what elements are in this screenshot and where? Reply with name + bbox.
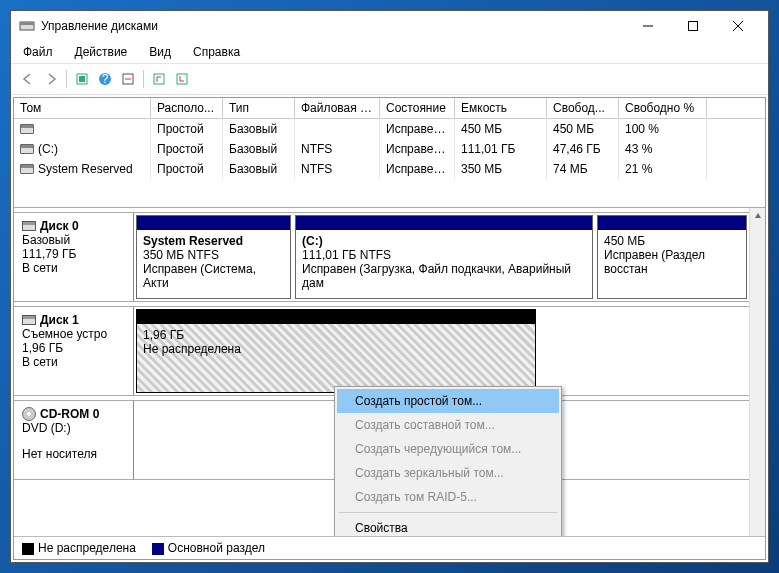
volume-free: 47,46 ГБ bbox=[547, 139, 619, 159]
volume-header: Том Располо... Тип Файловая с... Состоян… bbox=[14, 98, 765, 119]
svg-text:?: ? bbox=[102, 72, 109, 86]
svg-rect-12 bbox=[177, 74, 187, 84]
volume-layout: Простой bbox=[151, 119, 223, 139]
volume-status: Исправен... bbox=[380, 119, 455, 139]
cdrom-status: Нет носителя bbox=[22, 447, 125, 461]
view-bottom-button[interactable] bbox=[171, 68, 193, 90]
app-icon bbox=[19, 18, 35, 34]
volume-row[interactable]: System Reserved Простой Базовый NTFS Исп… bbox=[14, 159, 765, 179]
partition-status: Исправен (Загрузка, Файл подкачки, Авари… bbox=[302, 262, 586, 290]
menu-file[interactable]: Файл bbox=[19, 43, 57, 61]
volume-status: Исправен... bbox=[380, 159, 455, 179]
partition-info: 350 МБ NTFS bbox=[143, 248, 284, 262]
disk-management-window: Управление дисками Файл Действие Вид Спр… bbox=[10, 10, 769, 563]
titlebar[interactable]: Управление дисками bbox=[11, 11, 768, 41]
disk-1-type: Съемное устро bbox=[22, 327, 125, 341]
disk-graphical-view: Диск 0 Базовый 111,79 ГБ В сети System R… bbox=[14, 208, 765, 536]
view-top-button[interactable] bbox=[148, 68, 170, 90]
volume-free: 450 МБ bbox=[547, 119, 619, 139]
disk-1-row[interactable]: Диск 1 Съемное устро 1,96 ГБ В сети 1,96… bbox=[14, 306, 749, 396]
help-icon[interactable]: ? bbox=[94, 68, 116, 90]
col-layout[interactable]: Располо... bbox=[151, 98, 223, 118]
volume-freepct: 21 % bbox=[619, 159, 707, 179]
forward-button[interactable] bbox=[40, 68, 62, 90]
disk-0-type: Базовый bbox=[22, 233, 125, 247]
legend: Не распределена Основной раздел bbox=[14, 536, 765, 559]
volume-name: System Reserved bbox=[38, 162, 133, 176]
volume-name: (C:) bbox=[38, 142, 58, 156]
cdrom-title: CD-ROM 0 bbox=[40, 407, 99, 421]
volume-row[interactable]: Простой Базовый Исправен... 450 МБ 450 М… bbox=[14, 119, 765, 139]
legend-unallocated: Не распределена bbox=[22, 541, 136, 555]
volume-layout: Простой bbox=[151, 139, 223, 159]
cdrom-info: CD-ROM 0 DVD (D:) Нет носителя bbox=[14, 401, 134, 479]
partition-info: 111,01 ГБ NTFS bbox=[302, 248, 586, 262]
volume-type: Базовый bbox=[223, 139, 295, 159]
menu-view[interactable]: Вид bbox=[145, 43, 175, 61]
partition-status: Не распределена bbox=[143, 342, 529, 356]
partition-title: (C:) bbox=[302, 234, 586, 248]
ctx-create-striped-volume: Создать чередующийся том... bbox=[337, 437, 559, 461]
disk-0-status: В сети bbox=[22, 261, 125, 275]
volume-icon bbox=[20, 164, 34, 174]
menu-help[interactable]: Справка bbox=[189, 43, 244, 61]
scroll-up-icon[interactable] bbox=[750, 208, 765, 224]
partition-unallocated[interactable]: 1,96 ГБ Не распределена bbox=[136, 309, 536, 393]
partition-info: 450 МБ bbox=[604, 234, 740, 248]
volume-type: Базовый bbox=[223, 119, 295, 139]
partition-info: 1,96 ГБ bbox=[143, 328, 529, 342]
partition-title: System Reserved bbox=[143, 234, 284, 248]
disk-0-title: Диск 0 bbox=[40, 219, 79, 233]
maximize-button[interactable] bbox=[670, 12, 715, 40]
partition-status: Исправен (Раздел восстан bbox=[604, 248, 740, 276]
col-type[interactable]: Тип bbox=[223, 98, 295, 118]
ctx-create-mirrored-volume: Создать зеркальный том... bbox=[337, 461, 559, 485]
volume-fs: NTFS bbox=[295, 139, 380, 159]
minimize-button[interactable] bbox=[625, 12, 670, 40]
volume-freepct: 100 % bbox=[619, 119, 707, 139]
volume-icon bbox=[20, 144, 34, 154]
context-menu: Создать простой том... Создать составной… bbox=[334, 386, 562, 536]
cd-icon bbox=[22, 407, 36, 421]
legend-primary: Основной раздел bbox=[152, 541, 265, 555]
disk-1-size: 1,96 ГБ bbox=[22, 341, 125, 355]
volume-icon bbox=[20, 124, 34, 134]
col-filesystem[interactable]: Файловая с... bbox=[295, 98, 380, 118]
action-button[interactable] bbox=[117, 68, 139, 90]
svg-rect-3 bbox=[688, 22, 697, 31]
window-title: Управление дисками bbox=[41, 19, 625, 33]
disk-icon bbox=[22, 221, 36, 231]
svg-rect-11 bbox=[154, 74, 164, 84]
disk-1-status: В сети bbox=[22, 355, 125, 369]
col-freepct[interactable]: Свободно % bbox=[619, 98, 707, 118]
volume-fs bbox=[295, 119, 380, 139]
volume-type: Базовый bbox=[223, 159, 295, 179]
volume-fs: NTFS bbox=[295, 159, 380, 179]
volume-row[interactable]: (C:) Простой Базовый NTFS Исправен... 11… bbox=[14, 139, 765, 159]
disk-icon bbox=[22, 315, 36, 325]
svg-rect-7 bbox=[79, 76, 85, 82]
back-button[interactable] bbox=[17, 68, 39, 90]
volume-status: Исправен... bbox=[380, 139, 455, 159]
disk-1-info: Диск 1 Съемное устро 1,96 ГБ В сети bbox=[14, 307, 134, 395]
partition-recovery[interactable]: 450 МБ Исправен (Раздел восстан bbox=[597, 215, 747, 299]
col-free[interactable]: Свобод... bbox=[547, 98, 619, 118]
refresh-button[interactable] bbox=[71, 68, 93, 90]
partition-c[interactable]: (C:) 111,01 ГБ NTFS Исправен (Загрузка, … bbox=[295, 215, 593, 299]
volume-capacity: 111,01 ГБ bbox=[455, 139, 547, 159]
content-area: Том Располо... Тип Файловая с... Состоян… bbox=[13, 97, 766, 560]
disk-0-size: 111,79 ГБ bbox=[22, 247, 125, 261]
ctx-create-simple-volume[interactable]: Создать простой том... bbox=[337, 389, 559, 413]
volume-free: 74 МБ bbox=[547, 159, 619, 179]
partition-system-reserved[interactable]: System Reserved 350 МБ NTFS Исправен (Си… bbox=[136, 215, 291, 299]
disk-0-info: Диск 0 Базовый 111,79 ГБ В сети bbox=[14, 213, 134, 301]
col-status[interactable]: Состояние bbox=[380, 98, 455, 118]
volume-layout: Простой bbox=[151, 159, 223, 179]
ctx-properties[interactable]: Свойства bbox=[337, 516, 559, 536]
close-button[interactable] bbox=[715, 12, 760, 40]
menu-action[interactable]: Действие bbox=[71, 43, 132, 61]
col-volume[interactable]: Том bbox=[14, 98, 151, 118]
col-capacity[interactable]: Емкость bbox=[455, 98, 547, 118]
disk-0-row[interactable]: Диск 0 Базовый 111,79 ГБ В сети System R… bbox=[14, 212, 749, 302]
vertical-scrollbar[interactable] bbox=[749, 208, 765, 536]
